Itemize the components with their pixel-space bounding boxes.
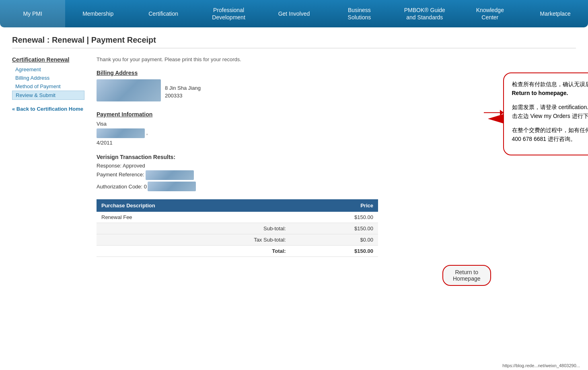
- callout-box: 检查所有付款信息，确认无误后，点击 Return to homepage. 如需…: [503, 72, 588, 155]
- payment-type: Visa: [97, 121, 491, 127]
- sidebar-section-title: Certification Renewal: [12, 56, 84, 63]
- subtotal-label: Sub-total:: [97, 223, 291, 234]
- nav-get-involved[interactable]: Get Involved: [261, 0, 327, 27]
- sidebar-item-billing-address[interactable]: Billing Address: [12, 74, 84, 82]
- purchase-table: Purchase Description Price Renewal Fee $…: [97, 199, 378, 257]
- return-homepage-button[interactable]: Return to Homepage: [442, 265, 491, 286]
- verisign-payment-ref: Payment Reference:: [97, 170, 491, 180]
- page-title: Renewal : Renewal | Payment Receipt: [12, 35, 576, 48]
- total-row: Total: $150.00: [97, 246, 378, 257]
- billing-address-line1: 8 Jin Sha Jiang: [165, 85, 201, 91]
- nav-pmbok[interactable]: PMBOK® Guide and Standards: [392, 0, 457, 27]
- callout-line2: 如需发票，请登录 certification.pmi.org ,点 击左边 Vi…: [512, 103, 588, 121]
- main-navigation: My PMI Membership Certification Professi…: [0, 0, 588, 27]
- callout-line1: 检查所有付款信息，确认无误后，点击 Return to homepage.: [512, 80, 588, 98]
- card-number-blurred: [97, 128, 145, 138]
- total-value: $150.00: [291, 246, 378, 257]
- nav-knowledge-center[interactable]: Knowledge Center: [457, 0, 522, 27]
- row-description: Renewal Fee: [97, 212, 291, 223]
- nav-business-solutions[interactable]: Business Solutions: [327, 0, 392, 27]
- nav-prof-dev[interactable]: Professional Development: [196, 0, 261, 27]
- verisign-response: Response: Approved: [97, 163, 491, 169]
- row-price: $150.00: [291, 212, 378, 223]
- callout-line3: 在整个交费的过程中，如有任何疑问，请致电 400 678 6681 进行咨询。: [512, 126, 588, 144]
- billing-address-title: Billing Address: [97, 70, 491, 76]
- sidebar: Certification Renewal Agreement Billing …: [12, 56, 84, 286]
- sidebar-item-review-submit[interactable]: Review & Submit: [12, 91, 84, 100]
- payment-date: 4/2011: [97, 140, 491, 146]
- billing-address-section: Billing Address 8 Jin Sha Jiang 200333: [97, 70, 491, 103]
- nav-marketplace[interactable]: Marketplace: [523, 0, 588, 27]
- sidebar-item-method-payment[interactable]: Method of Payment: [12, 82, 84, 91]
- nav-certification[interactable]: Certification: [131, 0, 196, 27]
- table-row: Renewal Fee $150.00: [97, 212, 378, 223]
- payment-ref-blurred: [146, 170, 194, 180]
- auth-code-blurred: [148, 182, 196, 191]
- thank-you-message: Thank you for your payment. Please print…: [97, 56, 491, 62]
- billing-address-line2: 200333: [165, 93, 201, 99]
- subtotal-value: $150.00: [291, 223, 378, 234]
- nav-membership[interactable]: Membership: [65, 0, 130, 27]
- table-col-price: Price: [291, 199, 378, 212]
- tax-subtotal-row: Tax Sub-total: $0.00: [97, 234, 378, 246]
- tax-subtotal-value: $0.00: [291, 234, 378, 246]
- total-label: Total:: [97, 246, 291, 257]
- subtotal-row: Sub-total: $150.00: [97, 223, 378, 234]
- nav-my-pmi[interactable]: My PMI: [0, 0, 65, 27]
- verisign-title: Verisign Transaction Results:: [97, 154, 491, 160]
- back-to-certification-link[interactable]: « Back to Certification Home: [12, 106, 83, 112]
- main-content: Thank you for your payment. Please print…: [97, 56, 491, 286]
- payment-info-title: Payment Information: [97, 111, 491, 118]
- payment-info-section: Payment Information Visa , 4/2011: [97, 111, 491, 146]
- verisign-auth-code: Authorization Code: 0: [97, 182, 491, 191]
- verisign-section: Verisign Transaction Results: Response: …: [97, 154, 491, 191]
- sidebar-item-agreement[interactable]: Agreement: [12, 65, 84, 74]
- table-col-description: Purchase Description: [97, 199, 291, 212]
- billing-address-blurred: [97, 79, 161, 101]
- svg-marker-1: [500, 110, 504, 116]
- tax-subtotal-label: Tax Sub-total:: [97, 234, 291, 246]
